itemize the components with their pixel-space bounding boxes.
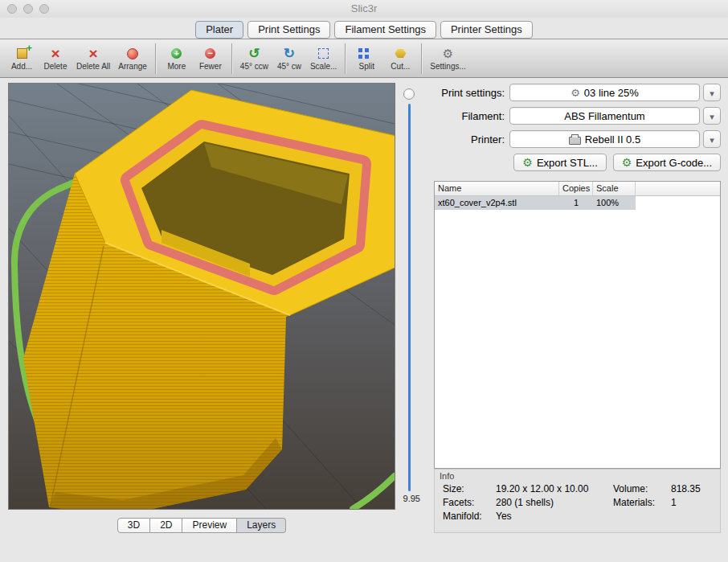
tab-printer-settings[interactable]: Printer Settings bbox=[440, 21, 533, 39]
printer-dropdown-button[interactable] bbox=[703, 130, 721, 148]
cut-label: Cut... bbox=[391, 62, 410, 71]
column-header-scale[interactable]: Scale bbox=[593, 182, 636, 195]
print-settings-select[interactable]: 03 line 25% bbox=[509, 84, 700, 101]
materials-label: Materials: bbox=[613, 497, 671, 508]
fewer-icon bbox=[202, 47, 219, 61]
add-button[interactable]: Add... bbox=[5, 40, 39, 77]
filament-label: Filament: bbox=[434, 110, 505, 122]
rotate-cw-label: 45° cw bbox=[277, 62, 301, 71]
info-title: Info bbox=[435, 470, 720, 483]
fewer-label: Fewer bbox=[199, 62, 222, 71]
chevron-down-icon bbox=[710, 85, 714, 100]
scale-icon bbox=[315, 47, 333, 61]
size-value: 19.20 x 12.00 x 10.00 bbox=[496, 483, 613, 494]
facets-value: 280 (1 shells) bbox=[496, 497, 613, 508]
printer-icon bbox=[569, 137, 581, 145]
scale-button[interactable]: Scale... bbox=[306, 40, 341, 77]
printer-select[interactable]: Rebell II 0.5 bbox=[509, 130, 700, 148]
main-content: 9.95 3D 2D Preview Layers Print settings… bbox=[0, 78, 728, 562]
volume-label: Volume: bbox=[613, 483, 671, 494]
toolbar: Add... Delete Delete All Arrange More Fe… bbox=[0, 39, 728, 78]
split-label: Split bbox=[359, 62, 374, 71]
table-header: Name Copies Scale bbox=[435, 182, 720, 196]
window-title: Slic3r bbox=[0, 0, 728, 18]
toolbar-separator bbox=[231, 43, 232, 74]
manifold-value: Yes bbox=[496, 511, 613, 522]
printer-label: Printer: bbox=[434, 133, 505, 146]
export-gcode-button[interactable]: Export G-code... bbox=[613, 154, 721, 171]
printer-value: Rebell II 0.5 bbox=[585, 133, 640, 146]
tabstrip: Plater Print Settings Filament Settings … bbox=[0, 18, 728, 39]
add-icon bbox=[13, 47, 31, 61]
rotate-ccw-label: 45° ccw bbox=[240, 62, 268, 71]
cut-button[interactable]: Cut... bbox=[383, 40, 417, 77]
print-settings-value: 03 line 25% bbox=[584, 87, 639, 99]
materials-value: 1 bbox=[671, 497, 712, 508]
settings-button[interactable]: Settings... bbox=[426, 40, 469, 77]
cell-filler bbox=[636, 196, 720, 210]
settings-label: Settings... bbox=[430, 62, 465, 71]
toolbar-separator bbox=[155, 43, 156, 74]
filament-dropdown-button[interactable] bbox=[703, 107, 721, 125]
minimize-button[interactable] bbox=[23, 4, 33, 14]
view-mode-tabs: 3D 2D Preview Layers bbox=[8, 518, 395, 533]
scale-label: Scale... bbox=[310, 62, 337, 71]
table-row[interactable]: xt60_cover_v2p4.stl 1 100% bbox=[435, 196, 720, 210]
arrange-label: Arrange bbox=[118, 62, 147, 71]
chevron-down-icon bbox=[710, 109, 714, 123]
view-tab-preview[interactable]: Preview bbox=[182, 518, 237, 533]
chevron-down-icon bbox=[710, 132, 714, 146]
column-header-filler bbox=[636, 182, 720, 195]
split-icon bbox=[358, 47, 375, 61]
view-tab-3d[interactable]: 3D bbox=[117, 518, 150, 533]
tab-plater[interactable]: Plater bbox=[195, 21, 243, 39]
layers-preview-scene bbox=[9, 84, 395, 509]
size-label: Size: bbox=[443, 483, 496, 494]
cell-name: xt60_cover_v2p4.stl bbox=[435, 196, 559, 210]
more-button[interactable]: More bbox=[160, 40, 194, 77]
info-panel: Info Size: 19.20 x 12.00 x 10.00 Volume:… bbox=[434, 469, 721, 533]
delete-all-button[interactable]: Delete All bbox=[72, 40, 114, 77]
slider-knob[interactable] bbox=[403, 88, 415, 100]
filament-value: ABS Fillamentum bbox=[564, 110, 644, 122]
view-tab-layers[interactable]: Layers bbox=[237, 518, 286, 533]
rotate-ccw-button[interactable]: 45° ccw bbox=[236, 40, 272, 77]
window-controls bbox=[7, 4, 49, 14]
export-stl-label: Export STL... bbox=[537, 157, 598, 169]
delete-label: Delete bbox=[44, 62, 67, 71]
rotate-ccw-icon bbox=[245, 47, 263, 61]
3d-viewport[interactable] bbox=[8, 83, 395, 510]
view-tab-2d[interactable]: 2D bbox=[150, 518, 182, 533]
tab-print-settings[interactable]: Print Settings bbox=[247, 21, 330, 39]
close-button[interactable] bbox=[7, 4, 17, 14]
slider-track[interactable] bbox=[408, 104, 411, 491]
settings-panel: Print settings: 03 line 25% Filament: AB… bbox=[434, 78, 721, 560]
layer-slider[interactable]: 9.95 bbox=[398, 83, 422, 510]
slider-value: 9.95 bbox=[403, 494, 420, 503]
toolbar-separator bbox=[421, 43, 422, 74]
split-button[interactable]: Split bbox=[350, 40, 383, 77]
titlebar: Slic3r bbox=[0, 0, 728, 18]
toolbar-separator bbox=[345, 43, 346, 74]
delete-button[interactable]: Delete bbox=[39, 40, 72, 77]
cell-copies: 1 bbox=[559, 196, 593, 210]
gear-icon bbox=[571, 87, 580, 99]
gear-icon bbox=[622, 156, 632, 169]
column-header-name[interactable]: Name bbox=[435, 182, 559, 195]
slic3r-window: Slic3r Plater Print Settings Filament Se… bbox=[0, 0, 728, 562]
tab-filament-settings[interactable]: Filament Settings bbox=[334, 21, 436, 39]
export-stl-button[interactable]: Export STL... bbox=[513, 154, 606, 171]
rotate-cw-button[interactable]: 45° cw bbox=[272, 40, 306, 77]
print-settings-dropdown-button[interactable] bbox=[703, 84, 721, 101]
arrange-icon bbox=[124, 47, 141, 61]
filament-select[interactable]: ABS Fillamentum bbox=[509, 107, 700, 125]
cell-scale: 100% bbox=[593, 196, 636, 210]
more-label: More bbox=[167, 62, 186, 71]
fewer-button[interactable]: Fewer bbox=[194, 40, 227, 77]
delete-icon bbox=[47, 47, 64, 61]
arrange-button[interactable]: Arrange bbox=[114, 40, 151, 77]
delete-all-icon bbox=[84, 47, 102, 61]
column-header-copies[interactable]: Copies bbox=[559, 182, 593, 195]
zoom-button[interactable] bbox=[39, 4, 49, 14]
settings-icon bbox=[440, 47, 457, 61]
